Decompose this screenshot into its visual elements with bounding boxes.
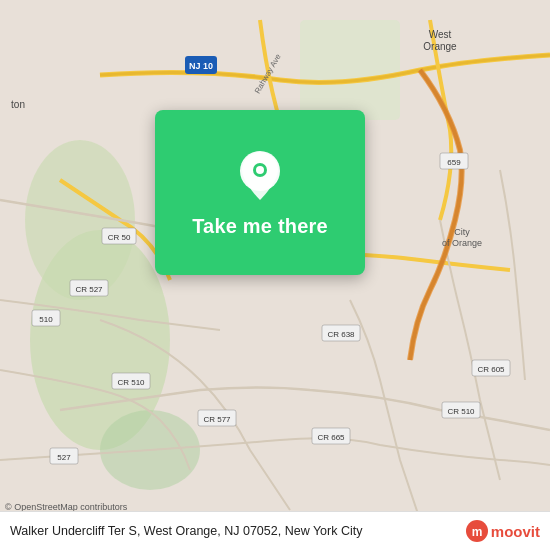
map-container: NJ 10 CR 50 CR 577 CR 527 510 CR 510 CR …	[0, 0, 550, 550]
svg-text:CR 510: CR 510	[117, 378, 145, 387]
moovit-icon: m	[466, 520, 488, 542]
svg-text:510: 510	[39, 315, 53, 324]
svg-text:527: 527	[57, 453, 71, 462]
svg-text:West: West	[429, 29, 452, 40]
bottom-bar: Walker Undercliff Ter S, West Orange, NJ…	[0, 511, 550, 550]
svg-text:m: m	[471, 525, 482, 539]
svg-rect-4	[300, 20, 400, 120]
svg-text:CR 665: CR 665	[317, 433, 345, 442]
action-card[interactable]: Take me there	[155, 110, 365, 275]
moovit-logo: m moovit	[466, 520, 540, 542]
svg-point-39	[256, 166, 264, 174]
svg-text:Orange: Orange	[423, 41, 457, 52]
location-pin-icon	[236, 147, 284, 205]
svg-text:CR 577: CR 577	[203, 415, 231, 424]
svg-text:CR 527: CR 527	[75, 285, 103, 294]
svg-text:CR 605: CR 605	[477, 365, 505, 374]
take-me-there-button[interactable]: Take me there	[192, 215, 328, 238]
svg-text:ton: ton	[11, 99, 25, 110]
svg-text:CR 510: CR 510	[447, 407, 475, 416]
svg-text:CR 638: CR 638	[327, 330, 355, 339]
svg-text:City: City	[454, 227, 470, 237]
svg-text:CR 50: CR 50	[108, 233, 131, 242]
address-label: Walker Undercliff Ter S, West Orange, NJ…	[10, 524, 466, 538]
svg-text:NJ 10: NJ 10	[189, 61, 213, 71]
road-layer: NJ 10 CR 50 CR 577 CR 527 510 CR 510 CR …	[0, 0, 550, 550]
moovit-brand-label: moovit	[491, 523, 540, 540]
svg-text:of Orange: of Orange	[442, 238, 482, 248]
svg-text:659: 659	[447, 158, 461, 167]
